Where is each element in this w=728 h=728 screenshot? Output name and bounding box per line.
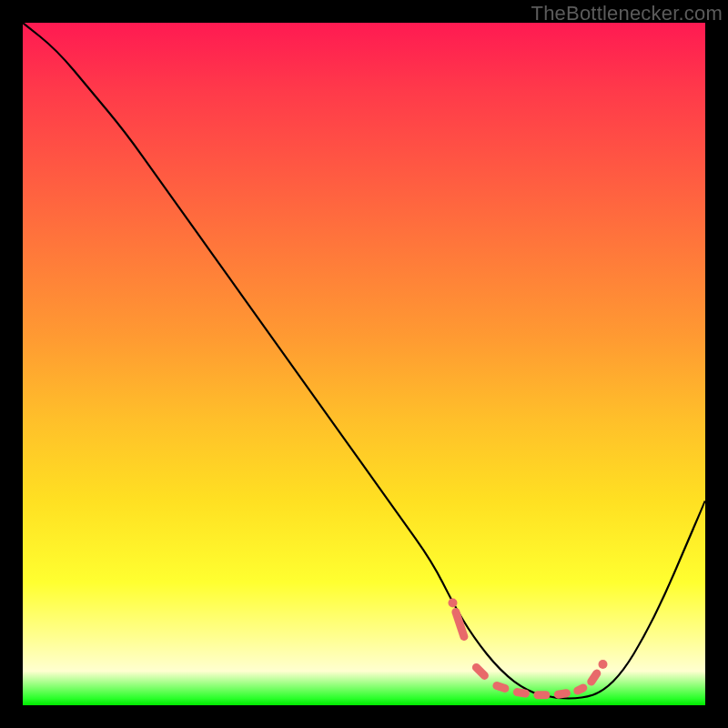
sweet-spot-dash (517, 693, 525, 694)
sweet-spot-dot (599, 660, 608, 669)
sweet-spot-markers (449, 599, 608, 695)
sweet-spot-dash (592, 673, 597, 682)
sweet-spot-dot (449, 599, 458, 608)
curve-layer (23, 23, 705, 705)
watermark-text: TheBottlenecker.com (531, 2, 723, 25)
bottleneck-curve (23, 23, 705, 699)
chart-frame: TheBottlenecker.com (0, 0, 728, 728)
sweet-spot-dash (476, 667, 484, 675)
sweet-spot-dash (558, 693, 566, 695)
sweet-spot-dash (578, 688, 583, 691)
sweet-spot-dash (456, 612, 464, 637)
plot-area (23, 23, 705, 705)
sweet-spot-dash (497, 686, 505, 689)
